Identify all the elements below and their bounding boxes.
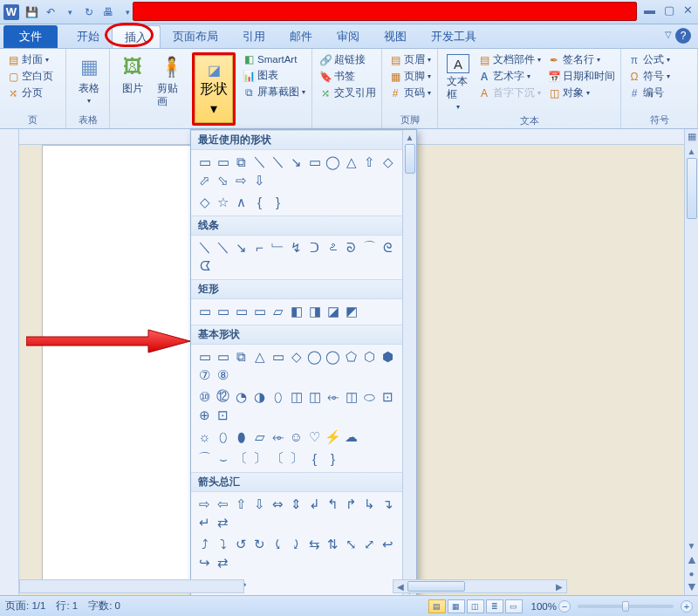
shape-item[interactable]: ↲ — [306, 496, 323, 512]
shape-item[interactable]: ◇ — [288, 348, 305, 365]
shape-item[interactable]: ↴ — [380, 496, 396, 512]
zoom-slider[interactable] — [578, 605, 674, 608]
shape-item[interactable]: ⤡ — [343, 536, 359, 552]
close-button[interactable]: ✕ — [683, 3, 693, 17]
zoom-thumb[interactable] — [622, 601, 629, 612]
gallery-scroll-up-icon[interactable]: ▲ — [403, 130, 417, 144]
shape-item[interactable]: ೭ — [325, 239, 341, 256]
number-button[interactable]: #编号 — [626, 86, 672, 100]
shape-item[interactable]: ☺ — [288, 428, 305, 445]
shape-item[interactable]: ↵ — [196, 514, 213, 530]
gallery-scrollbar[interactable]: ▲ ▼ — [402, 130, 416, 598]
shape-item[interactable]: ᗧ — [196, 257, 213, 274]
shape-item[interactable]: ▭ — [233, 303, 250, 319]
shape-item[interactable]: ＼ — [251, 154, 268, 170]
smartart-button[interactable]: ◧SmartArt — [241, 52, 307, 66]
dropcap-button[interactable]: A首字下沉▾ — [476, 86, 543, 100]
shape-item[interactable]: ⇦ — [215, 496, 231, 512]
shape-item[interactable]: 〔 — [270, 450, 286, 467]
crossref-button[interactable]: ⤮交叉引用 — [318, 86, 378, 100]
shape-item[interactable]: 〕 — [251, 450, 268, 467]
view-web-icon[interactable]: ◫ — [467, 599, 484, 613]
shape-item[interactable]: ⬯ — [270, 388, 286, 405]
clipart-button[interactable]: 🧍 剪贴画 — [154, 52, 188, 110]
tab-developer[interactable]: 开发工具 — [419, 25, 489, 48]
tab-layout[interactable]: 页面布局 — [161, 25, 230, 48]
shape-item[interactable]: ↰ — [325, 496, 341, 512]
shape-item[interactable]: ◯ — [306, 348, 323, 365]
shape-item[interactable]: ⇩ — [251, 496, 268, 512]
shape-item[interactable]: ▭ — [215, 154, 231, 170]
shape-item[interactable]: ᑐ — [306, 239, 323, 256]
footer-button[interactable]: ▦页脚▾ — [387, 69, 433, 84]
shape-item[interactable]: ⬡ — [361, 348, 378, 365]
shape-item[interactable]: ▭ — [215, 348, 231, 365]
status-words[interactable]: 字数: 0 — [88, 599, 120, 613]
header-button[interactable]: ▤页眉▾ — [387, 52, 433, 67]
hscroll-left[interactable] — [19, 579, 244, 593]
cover-page-button[interactable]: ▤封面▾ — [5, 52, 55, 67]
help-icon[interactable]: ? — [675, 28, 691, 44]
shape-item[interactable]: ＼ — [270, 154, 286, 170]
shape-item[interactable]: ☼ — [196, 428, 213, 445]
next-page-icon[interactable]: ⯆ — [688, 582, 696, 592]
tab-insert[interactable]: 插入 — [112, 25, 161, 48]
shape-item[interactable]: ⤹ — [270, 536, 286, 552]
shape-item[interactable]: ⤸ — [288, 536, 305, 552]
shape-item[interactable]: { — [306, 450, 323, 467]
shape-item[interactable]: ⬢ — [380, 348, 396, 365]
shape-item[interactable]: ⇨ — [196, 496, 213, 512]
shape-item[interactable]: ▱ — [270, 303, 286, 319]
shape-item[interactable]: ▱ — [251, 428, 268, 445]
qat-redo-icon[interactable]: ↻ — [80, 3, 98, 21]
shape-item[interactable]: } — [270, 194, 286, 210]
shape-item[interactable]: ↱ — [343, 496, 359, 512]
shape-item[interactable]: 〕 — [288, 450, 305, 467]
shape-item[interactable]: ◯ — [325, 348, 341, 365]
shape-item[interactable]: ♡ — [306, 428, 323, 445]
shape-item[interactable]: ⧉ — [233, 154, 250, 170]
shapes-button[interactable]: ◪ 形状 ▾ — [195, 55, 233, 123]
shape-item[interactable]: ⇄ — [215, 554, 231, 571]
shape-item[interactable]: ▭ — [196, 348, 213, 365]
vertical-scrollbar[interactable]: ▦ ▲ ▼ ⯅ ● ⯆ — [684, 129, 698, 595]
table-button[interactable]: ▦ 表格 ▾ — [72, 52, 106, 106]
shape-item[interactable]: ⌣ — [215, 450, 231, 467]
shape-item[interactable]: ▭ — [251, 303, 268, 319]
shape-item[interactable]: ◇ — [380, 154, 396, 170]
shape-item[interactable]: ﹂ — [270, 239, 286, 256]
shape-item[interactable]: ⇅ — [325, 536, 341, 552]
shape-item[interactable]: ↻ — [251, 536, 268, 552]
status-line[interactable]: 行: 1 — [56, 599, 78, 613]
qat-undo-icon[interactable]: ↶ — [42, 3, 59, 21]
scroll-down-icon[interactable]: ▼ — [685, 538, 699, 552]
shape-item[interactable]: ⬯ — [215, 428, 231, 445]
view-print-layout-icon[interactable]: ▤ — [428, 599, 446, 613]
shape-item[interactable]: ▭ — [306, 154, 323, 170]
tab-file[interactable]: 文件 — [3, 25, 58, 48]
tab-view[interactable]: 视图 — [372, 25, 419, 48]
shape-item[interactable]: ▭ — [196, 303, 213, 319]
shape-item[interactable]: ◫ — [288, 388, 305, 405]
shape-item[interactable]: △ — [251, 348, 268, 365]
shape-item[interactable]: ▭ — [196, 154, 213, 170]
scroll-thumb[interactable] — [687, 158, 697, 219]
shape-item[interactable]: ↺ — [233, 536, 250, 552]
shape-item[interactable]: ⤴ — [196, 536, 213, 552]
status-page[interactable]: 页面: 1/1 — [5, 599, 45, 613]
gallery-scroll-track[interactable] — [403, 144, 417, 584]
shape-item[interactable]: ⇨ — [233, 172, 250, 188]
shape-item[interactable]: ⤢ — [361, 536, 378, 552]
qat-save-icon[interactable]: 💾 — [23, 3, 40, 21]
textbox-button[interactable]: A 文本框 ▾ — [443, 52, 473, 113]
shape-item[interactable]: ᘓ — [380, 239, 396, 256]
prev-page-icon[interactable]: ⯅ — [688, 556, 696, 565]
qat-undo-more-icon[interactable]: ▾ — [61, 3, 79, 21]
shape-item[interactable]: ▭ — [270, 348, 286, 365]
shape-item[interactable]: ◔ — [233, 388, 250, 405]
shape-item[interactable]: ⤵ — [215, 536, 231, 552]
chart-button[interactable]: 📊图表 — [241, 68, 307, 83]
view-outline-icon[interactable]: ≣ — [486, 599, 503, 613]
symbol-button[interactable]: Ω符号▾ — [626, 69, 672, 84]
zoom-level[interactable]: 100% — [531, 601, 557, 612]
